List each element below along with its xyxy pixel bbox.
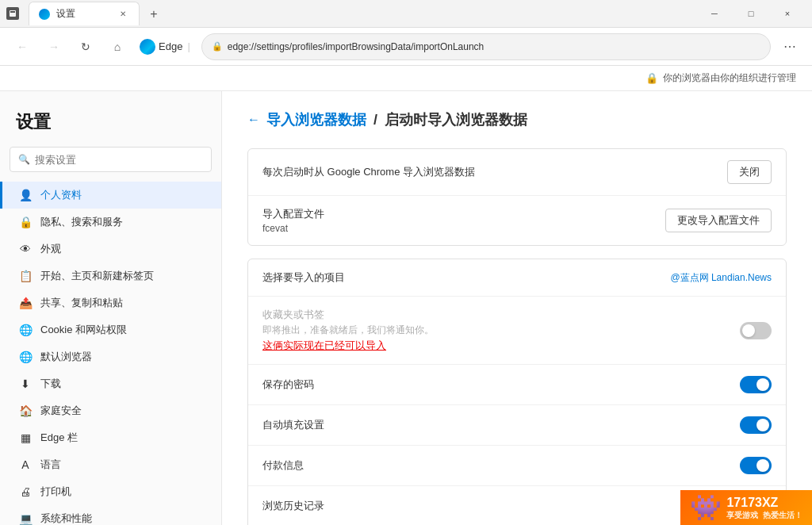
minimize-button[interactable]: ─ bbox=[696, 0, 733, 28]
family-icon: 🏠 bbox=[18, 404, 33, 418]
import-on-launch-label: 每次启动时从 Google Chrome 导入浏览器数据 bbox=[262, 165, 475, 179]
bookmarks-sub: 即将推出，准备就绪后，我们将通知你。 bbox=[262, 324, 740, 337]
profile-section-label: 导入配置文件 bbox=[262, 207, 324, 221]
sidebar-item-label: 开始、主页和新建标签页 bbox=[40, 269, 154, 283]
lock-icon: 🔒 bbox=[212, 41, 223, 52]
passwords-label: 保存的密码 bbox=[262, 377, 740, 392]
watermark-label: @蓝点网 Landian.News bbox=[670, 271, 772, 285]
sidebar-item-downloads[interactable]: ⬇ 下载 bbox=[0, 370, 221, 397]
import-section-title: 选择要导入的项目 bbox=[262, 270, 345, 285]
share-icon: 📤 bbox=[18, 296, 33, 310]
printer-icon: 🖨 bbox=[18, 485, 33, 499]
bookmarks-toggle-slider bbox=[740, 322, 772, 339]
sidebar-item-profile[interactable]: 👤 个人资料 bbox=[0, 182, 221, 209]
edge-label: Edge bbox=[159, 40, 182, 52]
sidebar-item-languages[interactable]: A 语言 bbox=[0, 451, 221, 478]
downloads-icon: ⬇ bbox=[18, 377, 33, 391]
breadcrumb-link[interactable]: 导入浏览器数据 bbox=[266, 112, 366, 128]
sidebar-item-appearance[interactable]: 👁 外观 bbox=[0, 236, 221, 262]
settings-icon[interactable]: ⋯ bbox=[777, 34, 802, 59]
sidebar-item-startup[interactable]: 📋 开始、主页和新建标签页 bbox=[0, 262, 221, 289]
change-profile-button[interactable]: 更改导入配置文件 bbox=[665, 209, 772, 232]
import-section-header: 选择要导入的项目 @蓝点网 Landian.News bbox=[248, 259, 786, 297]
sidebar-item-cookies[interactable]: 🌐 Cookie 和网站权限 bbox=[0, 316, 221, 343]
home-button[interactable]: ⌂ bbox=[105, 34, 130, 59]
import-on-launch-card: 每次启动时从 Google Chrome 导入浏览器数据 关闭 导入配置文件 f… bbox=[247, 148, 787, 246]
import-item-bookmarks-info: 收藏夹或书签 即将推出，准备就绪后，我们将通知你。 这俩实际现在已经可以导入 bbox=[262, 308, 740, 353]
sidebar-item-label: 默认浏览器 bbox=[40, 350, 92, 364]
bookmarks-label: 收藏夹或书签 bbox=[262, 308, 740, 322]
bookmarks-toggle[interactable] bbox=[740, 322, 772, 339]
sidebar-item-default-browser[interactable]: 🌐 默认浏览器 bbox=[0, 343, 221, 370]
sidebar-item-label: 语言 bbox=[40, 458, 61, 472]
search-box[interactable]: 🔍 bbox=[10, 147, 212, 172]
app-layout: 设置 🔍 👤 个人资料 🔒 隐私、搜索和服务 👁 外观 📋 开始、主页和新建标签… bbox=[0, 91, 812, 525]
autofill-toggle-slider bbox=[740, 416, 772, 434]
payments-toggle-slider bbox=[740, 457, 772, 474]
payments-label: 付款信息 bbox=[262, 458, 740, 473]
breadcrumb: 导入浏览器数据 / 启动时导入浏览器数据 bbox=[266, 110, 527, 129]
breadcrumb-current: 启动时导入浏览器数据 bbox=[385, 112, 527, 128]
breadcrumb-separator: / bbox=[373, 112, 377, 128]
managed-banner: 🔒 你的浏览器由你的组织进行管理 bbox=[0, 66, 812, 91]
refresh-button[interactable]: ↻ bbox=[73, 34, 98, 59]
titlebar: 设置 ✕ + ─ □ × bbox=[0, 0, 812, 28]
autofill-toggle[interactable] bbox=[740, 416, 772, 434]
new-tab-button[interactable]: + bbox=[143, 3, 165, 25]
sidebar-item-label: 家庭安全 bbox=[40, 404, 82, 418]
default-browser-icon: 🌐 bbox=[18, 350, 33, 364]
address-bar[interactable]: 🔒 edge://settings/profiles/importBrowsin… bbox=[201, 33, 771, 60]
import-section: 选择要导入的项目 @蓝点网 Landian.News 收藏夹或书签 即将推出，准… bbox=[247, 259, 787, 525]
privacy-icon: 🔒 bbox=[18, 215, 33, 229]
back-arrow-button[interactable]: ← bbox=[247, 113, 260, 127]
sidebar-item-label: 个人资料 bbox=[40, 188, 82, 202]
sidebar-item-share[interactable]: 📤 共享、复制和粘贴 bbox=[0, 289, 221, 316]
sidebar-item-label: Cookie 和网站权限 bbox=[40, 323, 127, 337]
import-item-payments: 付款信息 bbox=[248, 446, 786, 486]
startup-icon: 📋 bbox=[18, 269, 33, 283]
appearance-icon: 👁 bbox=[18, 242, 33, 256]
main-content: ← 导入浏览器数据 / 启动时导入浏览器数据 每次启动时从 Google Chr… bbox=[222, 91, 812, 525]
history-label: 浏览历史记录 bbox=[262, 499, 740, 513]
sidebar-item-label: 外观 bbox=[40, 242, 61, 256]
search-input[interactable] bbox=[35, 154, 203, 166]
sidebar-item-label: 打印机 bbox=[40, 485, 71, 499]
forward-button[interactable]: → bbox=[41, 34, 67, 59]
sidebar-item-system[interactable]: 💻 系统和性能 bbox=[0, 505, 221, 525]
import-item-passwords-info: 保存的密码 bbox=[262, 377, 740, 392]
active-tab[interactable]: 设置 ✕ bbox=[29, 2, 140, 25]
profile-info: 导入配置文件 fcevat bbox=[262, 207, 324, 234]
titlebar-left: 设置 ✕ + bbox=[6, 2, 165, 25]
navbar: ← → ↻ ⌂ Edge | 🔒 edge://settings/profile… bbox=[0, 28, 812, 66]
sidebar-item-edge-bar[interactable]: ▦ Edge 栏 bbox=[0, 424, 221, 451]
import-on-launch-row: 每次启动时从 Google Chrome 导入浏览器数据 关闭 bbox=[248, 149, 786, 196]
watermark-logo: 17173XZ bbox=[726, 496, 778, 510]
import-item-passwords: 保存的密码 bbox=[248, 365, 786, 405]
payments-toggle[interactable] bbox=[740, 457, 772, 474]
nav-divider: | bbox=[187, 40, 190, 52]
search-icon: 🔍 bbox=[18, 154, 30, 165]
tab-close-button[interactable]: ✕ bbox=[117, 8, 129, 21]
sidebar-item-label: Edge 栏 bbox=[40, 431, 78, 445]
import-on-launch-button[interactable]: 关闭 bbox=[727, 160, 772, 184]
import-item-autofill: 自动填充设置 bbox=[248, 405, 786, 446]
passwords-toggle[interactable] bbox=[740, 376, 772, 393]
sidebar-item-privacy[interactable]: 🔒 隐私、搜索和服务 bbox=[0, 209, 221, 236]
close-button[interactable]: × bbox=[769, 0, 806, 28]
mascot-icon: 👾 bbox=[690, 495, 722, 520]
window-icon bbox=[6, 7, 19, 20]
import-item-autofill-info: 自动填充设置 bbox=[262, 418, 740, 432]
footer-watermark: 👾 17173XZ 享受游戏 热爱生活！ bbox=[680, 490, 812, 525]
languages-icon: A bbox=[18, 458, 33, 472]
sidebar-item-label: 隐私、搜索和服务 bbox=[40, 215, 123, 229]
svg-rect-2 bbox=[10, 11, 15, 13]
page-header: ← 导入浏览器数据 / 启动时导入浏览器数据 bbox=[247, 110, 787, 129]
sidebar-item-printer[interactable]: 🖨 打印机 bbox=[0, 478, 221, 505]
back-button[interactable]: ← bbox=[10, 34, 35, 59]
edge-bar-icon: ▦ bbox=[18, 431, 33, 445]
maximize-button[interactable]: □ bbox=[733, 0, 769, 28]
sidebar-item-family[interactable]: 🏠 家庭安全 bbox=[0, 397, 221, 424]
passwords-toggle-slider bbox=[740, 376, 772, 393]
sidebar-item-label: 共享、复制和粘贴 bbox=[40, 296, 123, 310]
sidebar: 设置 🔍 👤 个人资料 🔒 隐私、搜索和服务 👁 外观 📋 开始、主页和新建标签… bbox=[0, 91, 222, 525]
